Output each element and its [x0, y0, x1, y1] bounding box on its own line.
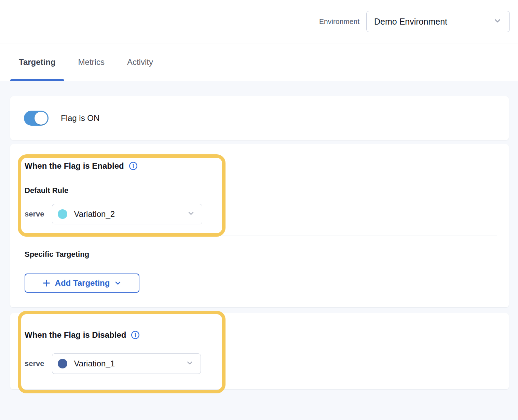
- tab-targeting[interactable]: Targeting: [10, 43, 64, 81]
- disabled-serve-row: serve Variation_1: [25, 353, 201, 374]
- tab-bar: Targeting Metrics Activity: [0, 43, 518, 81]
- tab-activity[interactable]: Activity: [119, 43, 162, 81]
- section-divider: [25, 236, 497, 236]
- info-icon[interactable]: [131, 331, 140, 339]
- chevron-down-icon: [187, 209, 195, 219]
- add-targeting-button[interactable]: Add Targeting: [25, 274, 139, 293]
- serve-label: serve: [25, 210, 44, 219]
- plus-icon: [42, 279, 51, 288]
- flag-status-card: Flag is ON: [10, 96, 509, 140]
- chevron-down-icon: [186, 359, 194, 368]
- disabled-section-header: When the Flag is Disabled: [25, 330, 140, 340]
- specific-targeting-title: Specific Targeting: [25, 250, 89, 259]
- disabled-highlight-ring: [18, 311, 226, 393]
- disabled-variation-select[interactable]: Variation_1: [52, 353, 201, 374]
- flag-enabled-card: When the Flag is Enabled Default Rule se…: [10, 144, 509, 307]
- default-rule-label: Default Rule: [25, 186, 68, 195]
- enabled-variation-select[interactable]: Variation_2: [52, 204, 202, 224]
- variation-color-dot: [58, 209, 67, 219]
- add-targeting-label: Add Targeting: [55, 278, 110, 288]
- environment-select[interactable]: Demo Environment: [366, 11, 510, 32]
- flag-disabled-card: When the Flag is Disabled serve Variatio…: [10, 313, 509, 389]
- environment-label: Environment: [319, 17, 359, 26]
- chevron-down-icon: [493, 16, 502, 27]
- variation-color-dot: [58, 359, 67, 368]
- chevron-down-icon: [114, 279, 122, 287]
- tab-metrics[interactable]: Metrics: [70, 43, 113, 81]
- flag-toggle[interactable]: [24, 111, 49, 126]
- default-rule-serve-row: serve Variation_2: [25, 204, 202, 224]
- enabled-variation-value: Variation_2: [74, 209, 187, 219]
- main-content: Flag is ON When the Flag is Enabled Defa…: [0, 81, 518, 420]
- enabled-section-title: When the Flag is Enabled: [25, 161, 124, 171]
- info-icon[interactable]: [129, 162, 138, 170]
- page-header: Environment Demo Environment: [0, 0, 518, 43]
- disabled-section-title: When the Flag is Disabled: [25, 330, 126, 340]
- enabled-section-header: When the Flag is Enabled: [25, 161, 138, 171]
- flag-toggle-knob: [35, 112, 47, 125]
- environment-select-value: Demo Environment: [374, 17, 493, 27]
- serve-label: serve: [25, 359, 44, 368]
- flag-status-label: Flag is ON: [61, 113, 99, 123]
- disabled-variation-value: Variation_1: [74, 359, 186, 368]
